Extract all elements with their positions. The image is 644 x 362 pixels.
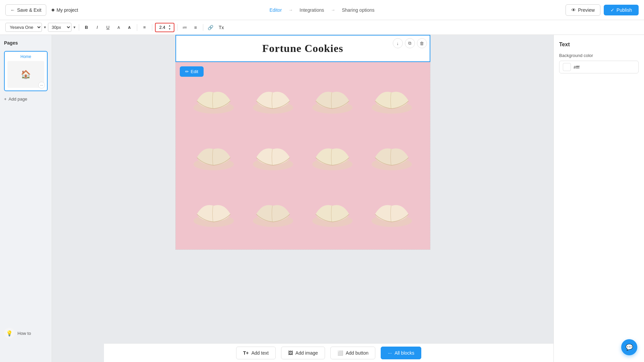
button-icon: ⬜ xyxy=(337,350,343,356)
project-dot-icon xyxy=(52,9,54,11)
add-image-button[interactable]: 🖼 Add image xyxy=(281,347,325,359)
add-page-button[interactable]: + Add page xyxy=(4,95,48,103)
cookie-1 xyxy=(186,72,242,126)
unordered-list-button[interactable]: ≡ xyxy=(191,23,200,32)
color-input[interactable]: #fff xyxy=(574,65,635,70)
cookie-12 xyxy=(364,186,420,239)
bold-button[interactable]: B xyxy=(82,23,91,32)
save-exit-button[interactable]: ← Save & Exit xyxy=(5,4,46,16)
align-center-button[interactable]: ≡ xyxy=(140,23,149,32)
cookie-8 xyxy=(364,129,420,182)
font-size-select[interactable]: 30px xyxy=(48,23,71,32)
separator-2 xyxy=(137,24,137,31)
canvas-wrapper: ↓ ⧉ 🗑 Fortune Cookies ✏ Edit xyxy=(52,35,553,270)
add-button-label: Add button xyxy=(346,350,369,356)
duplicate-button[interactable]: ⧉ xyxy=(405,38,415,48)
line-height-down[interactable]: ▼ xyxy=(168,27,172,31)
right-panel: Text Background color #fff xyxy=(553,35,644,362)
delete-button[interactable]: 🗑 xyxy=(417,38,427,48)
top-navigation: ← Save & Exit My project Editor → Integr… xyxy=(0,0,644,20)
project-name-text: My project xyxy=(56,7,78,13)
nav-right-actions: 👁 Preview ✓ Publish xyxy=(566,4,639,16)
move-down-button[interactable]: ↓ xyxy=(393,38,403,48)
add-text-button[interactable]: T+ Add text xyxy=(236,347,276,359)
separator-5 xyxy=(203,24,203,31)
add-button-button[interactable]: ⬜ Add button xyxy=(330,347,376,359)
all-blocks-label: All blocks xyxy=(394,350,414,356)
dropdown-arrow-icon: ▼ xyxy=(43,25,47,29)
nav-tabs: Editor → Integrations → Sharing options xyxy=(265,5,378,15)
image-block[interactable]: ✏ Edit xyxy=(175,62,430,250)
pages-title: Pages xyxy=(4,40,48,46)
line-height-input[interactable]: 2.4 xyxy=(158,25,167,30)
home-page-thumbnail[interactable]: Home 🏠 ··· xyxy=(4,51,48,91)
image-icon: 🖼 xyxy=(288,350,293,356)
dots-icon: ··· xyxy=(388,350,392,356)
separator-4 xyxy=(177,24,177,31)
cookie-11 xyxy=(305,186,361,239)
cookie-3 xyxy=(305,72,361,126)
ordered-list-button[interactable]: ≔ xyxy=(180,23,190,32)
editor-tab[interactable]: Editor xyxy=(265,5,286,15)
cookie-5 xyxy=(186,129,242,182)
chat-button[interactable]: 💬 xyxy=(621,339,637,355)
preview-label: Preview xyxy=(578,7,595,13)
project-name-display: My project xyxy=(52,7,78,13)
cookie-4 xyxy=(364,72,420,126)
cookie-9 xyxy=(186,186,242,239)
bg-color-label: Background color xyxy=(559,53,639,58)
eye-icon: 👁 xyxy=(571,7,576,13)
how-to-button[interactable]: 💡 How to xyxy=(4,328,31,339)
arrow-icon-1: → xyxy=(288,7,293,12)
home-page-label: Home xyxy=(20,54,31,59)
clear-format-button[interactable]: Tx xyxy=(217,23,226,32)
cookie-2 xyxy=(245,72,301,126)
color-swatch[interactable] xyxy=(563,63,571,71)
pages-sidebar: Pages Home 🏠 ··· + Add page 💡 How to xyxy=(0,35,52,362)
check-icon: ✓ xyxy=(610,7,614,13)
text-color-button[interactable]: A xyxy=(114,23,123,32)
chat-icon: 💬 xyxy=(626,344,633,351)
text-case-button[interactable]: A xyxy=(125,23,134,32)
block-actions: ↓ ⧉ 🗑 xyxy=(393,38,427,48)
text-icon: T+ xyxy=(243,350,249,356)
all-blocks-button[interactable]: ··· All blocks xyxy=(381,347,421,359)
separator-3 xyxy=(152,24,152,31)
main-layout: Pages Home 🏠 ··· + Add page 💡 How to ↓ ⧉ xyxy=(0,35,644,362)
font-family-select[interactable]: Yeseva One xyxy=(5,23,42,32)
arrow-icon-2: → xyxy=(331,7,335,12)
page-options-button[interactable]: ··· xyxy=(38,82,45,88)
line-height-spinner: ▲ ▼ xyxy=(168,24,172,31)
sharing-options-tab[interactable]: Sharing options xyxy=(338,5,378,15)
cookie-6 xyxy=(245,129,301,182)
text-block[interactable]: ↓ ⧉ 🗑 Fortune Cookies xyxy=(175,35,430,62)
add-image-label: Add image xyxy=(296,350,318,356)
publish-button[interactable]: ✓ Publish xyxy=(604,5,639,15)
italic-button[interactable]: I xyxy=(93,23,102,32)
edit-pencil-icon: ✏ xyxy=(185,69,189,74)
cookie-10 xyxy=(245,186,301,239)
right-panel-title: Text xyxy=(559,42,639,48)
preview-button[interactable]: 👁 Preview xyxy=(566,4,600,16)
size-arrow-icon: ▼ xyxy=(73,25,76,29)
edit-block-button[interactable]: ✏ Edit xyxy=(180,66,204,77)
line-height-control: 2.4 ▲ ▼ xyxy=(155,23,174,32)
page-title-text: Fortune Cookies xyxy=(262,42,343,55)
save-exit-label: Save & Exit xyxy=(17,7,41,13)
lightbulb-icon: 💡 xyxy=(4,328,15,339)
separator-1 xyxy=(79,24,79,31)
add-text-label: Add text xyxy=(251,350,268,356)
canvas-area: ↓ ⧉ 🗑 Fortune Cookies ✏ Edit xyxy=(52,35,553,362)
link-button[interactable]: 🔗 xyxy=(206,23,215,32)
underline-button[interactable]: U xyxy=(103,23,113,32)
bottom-toolbar: T+ Add text 🖼 Add image ⬜ Add button ···… xyxy=(104,343,553,362)
home-icon: 🏠 xyxy=(21,70,31,79)
line-height-up[interactable]: ▲ xyxy=(168,24,172,27)
background-color-field[interactable]: #fff xyxy=(559,61,639,73)
add-page-label: Add page xyxy=(9,97,28,102)
publish-label: Publish xyxy=(616,7,632,13)
format-toolbar: Yeseva One ▼ 30px ▼ B I U A A ≡ 2.4 ▲ ▼ … xyxy=(0,20,644,35)
edit-label: Edit xyxy=(191,69,198,74)
cookie-7 xyxy=(305,129,361,182)
integrations-tab[interactable]: Integrations xyxy=(296,5,328,15)
